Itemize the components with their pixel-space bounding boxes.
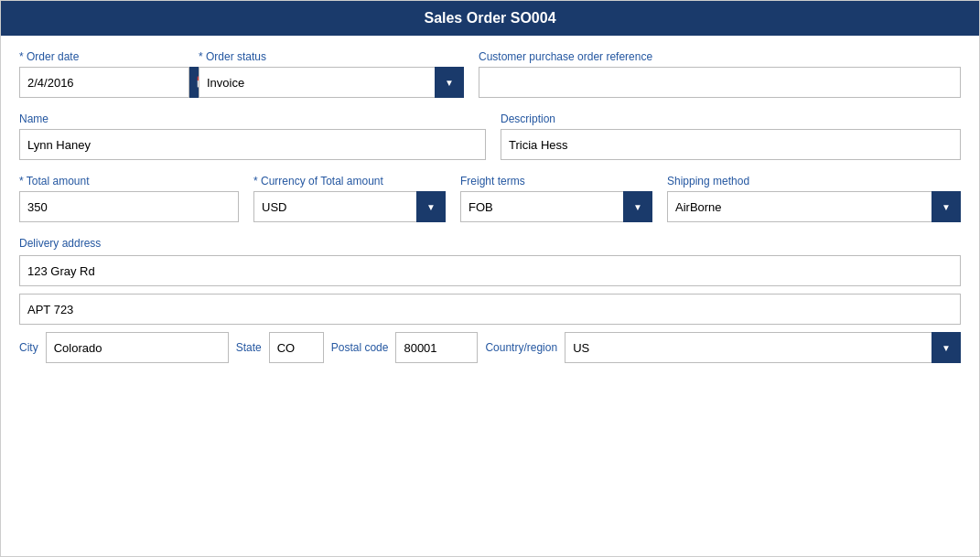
window-title: Sales Order SO004 — [424, 10, 555, 26]
freight-terms-field: Freight terms FOB CIF EXW DDP ▼ — [460, 175, 652, 222]
description-input[interactable] — [501, 129, 961, 160]
row-order-info: Order date 📅 ▼ : ▼ Order st — [19, 50, 961, 98]
row-name-desc: Name Description — [19, 112, 961, 160]
title-bar: Sales Order SO004 — [1, 1, 979, 36]
postal-label: Postal code — [331, 341, 389, 354]
name-label: Name — [19, 112, 486, 125]
postal-input[interactable] — [395, 332, 478, 363]
delivery-line1-input[interactable] — [19, 255, 961, 286]
currency-select[interactable]: USD EUR GBP JPY — [253, 191, 446, 222]
form-content: Order date 📅 ▼ : ▼ Order st — [1, 36, 979, 556]
total-amount-field: Total amount — [19, 175, 239, 222]
freight-terms-label: Freight terms — [460, 175, 652, 187]
description-field: Description — [501, 112, 961, 160]
date-input-wrapper: 📅 — [19, 67, 215, 98]
customer-ref-input[interactable] — [479, 67, 961, 98]
row-amounts: Total amount Currency of Total amount US… — [19, 175, 961, 222]
city-input[interactable] — [46, 332, 229, 363]
name-input[interactable] — [19, 129, 486, 160]
total-amount-input[interactable] — [19, 191, 239, 222]
description-label: Description — [501, 112, 961, 125]
delivery-line2-input[interactable] — [19, 294, 961, 325]
state-input[interactable] — [269, 332, 324, 363]
state-label: State — [236, 341, 262, 354]
shipping-select-wrapper: AirBorne FedEx UPS DHL ▼ — [667, 191, 961, 222]
city-state-row: City State Postal code Country/region US… — [19, 332, 961, 363]
order-status-label: Order status — [199, 50, 464, 63]
name-field: Name — [19, 112, 486, 160]
customer-ref-field: Customer purchase order reference — [479, 50, 961, 98]
shipping-method-field: Shipping method AirBorne FedEx UPS DHL ▼ — [667, 175, 961, 222]
freight-select[interactable]: FOB CIF EXW DDP — [460, 191, 652, 222]
shipping-select[interactable]: AirBorne FedEx UPS DHL — [667, 191, 961, 222]
order-status-select[interactable]: Invoice Draft Confirmed Cancelled — [199, 67, 464, 98]
city-label: City — [19, 341, 38, 354]
total-amount-label: Total amount — [19, 175, 239, 187]
order-date-label: Order date — [19, 50, 184, 63]
shipping-method-label: Shipping method — [667, 175, 961, 187]
sales-order-window: Sales Order SO004 Order date 📅 ▼ : ▼ — [0, 0, 980, 557]
order-status-field: Order status Invoice Draft Confirmed Can… — [199, 50, 464, 98]
freight-select-wrapper: FOB CIF EXW DDP ▼ — [460, 191, 652, 222]
order-date-field: Order date 📅 ▼ : ▼ — [19, 50, 184, 98]
order-status-select-wrapper: Invoice Draft Confirmed Cancelled ▼ — [199, 67, 464, 98]
currency-select-wrapper: USD EUR GBP JPY ▼ — [253, 191, 446, 222]
currency-label: Currency of Total amount — [253, 175, 446, 187]
order-date-input[interactable] — [19, 67, 189, 98]
country-label: Country/region — [485, 341, 557, 354]
customer-ref-label: Customer purchase order reference — [479, 50, 961, 63]
delivery-address-section: Delivery address City State Postal code … — [19, 237, 961, 363]
country-select-wrapper: US CA GB AU DE ▼ — [565, 332, 961, 363]
country-select[interactable]: US CA GB AU DE — [565, 332, 961, 363]
currency-field: Currency of Total amount USD EUR GBP JPY… — [253, 175, 446, 222]
delivery-address-label: Delivery address — [19, 237, 961, 250]
